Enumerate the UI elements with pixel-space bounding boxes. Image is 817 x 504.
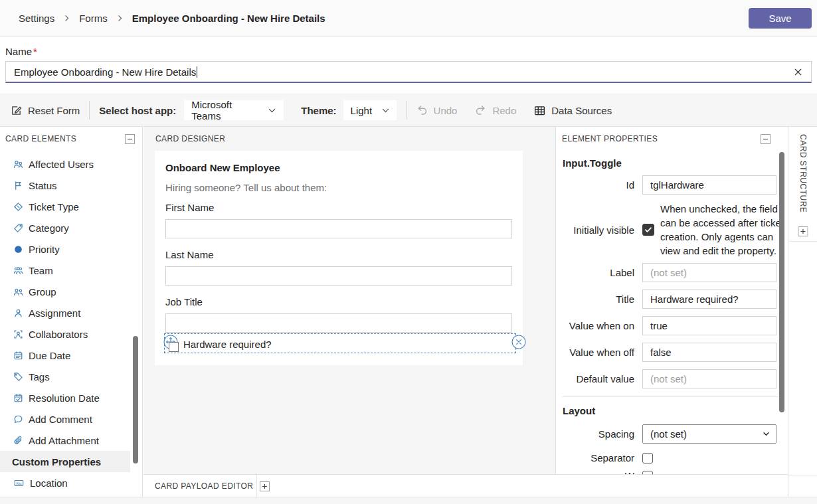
sidebar-item-label: Team [29,265,53,276]
breadcrumb-forms[interactable]: Forms [79,13,108,24]
expand-structure-icon[interactable] [798,226,808,236]
initially-visible-checkbox[interactable] [642,224,654,236]
sidebar-item-due-date[interactable]: Due Date [0,345,130,366]
breadcrumb: Settings Forms Employee Onboarding - New… [19,13,325,24]
sidebar-item-collaborators[interactable]: Collaborators [0,323,130,345]
w-checkbox[interactable] [642,471,653,475]
property-label: Id [561,179,634,191]
name-input[interactable]: Employee Onboarding - New Hire Details [5,61,812,83]
save-button[interactable]: Save [749,8,812,29]
layout-heading: Layout [563,405,788,416]
data-sources-label: Data Sources [551,105,612,116]
expand-payload-icon[interactable] [260,481,270,491]
property-input-value-when-on[interactable]: true [642,316,776,335]
property-label: Separator [561,452,634,463]
property-value: tglHardware [650,179,704,191]
sidebar-item-group[interactable]: Group [0,281,130,302]
sidebar-item-team[interactable]: Team [0,260,130,281]
card-fields: First NameLast NameJob Title [165,202,512,333]
delete-element-icon[interactable] [511,335,526,349]
sidebar-item-add-attachment[interactable]: Add Attachment [0,430,130,451]
sidebar-item-custom-properties[interactable]: Custom Properties [0,451,130,472]
sidebar-item-tags[interactable]: Tags [0,366,130,387]
element-properties-content: Input.Toggle IdtglHardwareInitially visi… [556,157,788,474]
host-app-label: Select host app: [99,105,176,116]
sidebar-item-category[interactable]: Category [0,217,130,238]
redo-button[interactable]: Redo [474,104,516,117]
name-section: Name* Employee Onboarding - New Hire Det… [0,37,817,94]
property-value: (not set) [650,267,687,278]
property-select-spacing[interactable]: (not set) [642,424,776,444]
property-input-default-value[interactable]: (not set) [642,369,776,388]
sidebar-item-label: Group [29,286,56,297]
card-field-input-last-name[interactable] [165,266,512,286]
add-attachment-icon [13,435,24,446]
structure-divider [788,475,817,475]
payload-divider [256,475,257,497]
property-input-id[interactable]: tglHardware [642,175,776,195]
sidebar-item-label: Due Date [29,350,70,361]
sidebar-item-label: Category [29,222,69,234]
top-bar: Settings Forms Employee Onboarding - New… [0,0,817,37]
sidebar-item-label: Location [30,477,68,489]
property-label: Label [561,267,634,278]
sidebar-item-status[interactable]: Status [0,175,130,196]
reset-form-button[interactable]: Reset Form [10,104,80,117]
sidebar-item-affected-users[interactable]: Affected Users [0,153,130,175]
card-field-input-first-name[interactable] [165,219,512,238]
card-field-input-job-title[interactable] [165,313,512,333]
breadcrumb-settings[interactable]: Settings [19,13,54,24]
card-structure-tab[interactable]: CARD STRUCTURE [798,134,808,212]
sidebar-item-priority[interactable]: Priority [0,238,130,260]
sidebar-item-assignment[interactable]: Assignment [0,302,130,323]
collapse-panel-icon[interactable] [761,134,771,144]
property-input-label[interactable]: (not set) [642,263,776,282]
properties-scrollbar[interactable] [779,152,784,412]
theme-label: Theme: [301,105,336,116]
toggle-checkbox[interactable] [169,342,179,352]
sidebar-item-ticket-type[interactable]: Ticket Type [0,196,130,217]
property-row-value-when-off: Value when offfalse [561,343,788,362]
sidebar-item-resolution-date[interactable]: Resolution Date [0,387,130,408]
select-value: (not set) [650,428,687,440]
property-input-title[interactable]: Hardware required? [642,290,776,309]
property-row-w: W [561,470,788,474]
property-row-id: IdtglHardware [561,175,788,195]
chevron-down-icon [763,430,770,438]
card-designer-panel: CARD DESIGNER Onboard New Employee Hirin… [143,126,555,497]
location-icon: Abc [13,477,25,489]
sidebar-item-label: Add Attachment [29,435,99,446]
selected-toggle-element[interactable]: Hardware required? [164,333,516,353]
tags-icon [13,371,24,382]
chevron-down-icon [268,106,276,115]
element-properties-title: ELEMENT PROPERTIES [562,134,658,143]
property-label: Initially visible [561,224,634,236]
property-row-value-when-on: Value when ontrue [561,316,788,335]
undo-label: Undo [434,105,458,116]
theme-dropdown[interactable]: Light [343,100,397,120]
undo-button[interactable]: Undo [416,104,458,117]
host-app-dropdown[interactable]: Microsoft Teams [184,100,284,120]
sidebar-item-location[interactable]: AbcLocation [0,472,130,493]
property-label: Title [561,294,634,305]
card-elements-list: Affected UsersStatusTicket TypeCategoryP… [0,153,142,497]
sidebar-item-add-comment[interactable]: Add Comment [0,408,130,430]
card-subheading: Hiring someone? Tell us about them: [165,182,512,193]
card-designer-title: CARD DESIGNER [155,134,225,143]
property-row-separator: Separator [561,452,788,463]
add-comment-icon [13,414,24,425]
separator-checkbox[interactable] [642,453,653,463]
property-label: Spacing [561,428,634,440]
priority-icon [13,244,24,255]
clear-icon[interactable] [793,67,803,77]
property-input-value-when-off[interactable]: false [642,343,776,362]
sidebar-scrollbar[interactable] [133,336,138,463]
property-row-default-value: Default value(not set) [561,369,788,388]
property-value: Hardware required? [650,294,739,305]
assignment-icon [13,307,24,319]
element-properties-header: ELEMENT PROPERTIES [556,127,788,151]
data-sources-button[interactable]: Data Sources [533,104,612,117]
collapse-panel-icon[interactable] [125,134,135,144]
property-row-initially-visible: Initially visibleWhen unchecked, the fie… [561,202,788,258]
property-row-spacing: Spacing(not set) [561,424,788,444]
